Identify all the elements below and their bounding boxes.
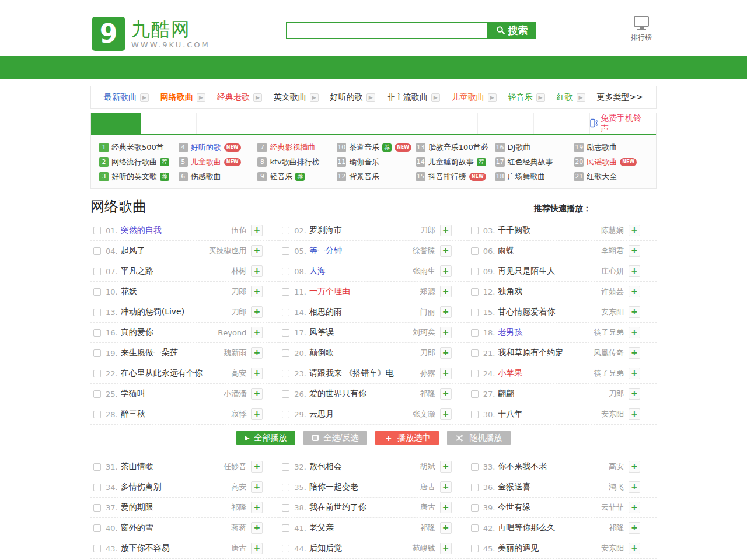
song-title-link[interactable]: 小苹果 [498, 368, 590, 379]
add-to-playlist-button[interactable]: + [440, 388, 452, 400]
song-checkbox[interactable] [282, 247, 289, 255]
add-to-playlist-button[interactable]: + [440, 245, 452, 257]
song-title-link[interactable]: 金猴送喜 [498, 482, 605, 492]
add-to-playlist-button[interactable]: + [440, 347, 452, 359]
song-title-link[interactable]: 美丽的遇见 [498, 543, 598, 554]
song-title-link[interactable]: 后知后觉 [309, 543, 409, 554]
song-artist-link[interactable]: 唐古 [420, 482, 435, 492]
song-checkbox[interactable] [282, 227, 289, 235]
song-checkbox[interactable] [282, 504, 289, 512]
song-artist-link[interactable]: 凤凰传奇 [594, 348, 624, 358]
song-artist-link[interactable]: 云菲菲 [601, 502, 624, 513]
recommend-item[interactable]: 15 抖音排行榜 NEW [416, 172, 495, 182]
song-title-link[interactable]: 学猫叫 [121, 388, 221, 399]
song-artist-link[interactable]: 高安 [609, 461, 624, 472]
add-to-playlist-button[interactable]: + [440, 522, 452, 534]
play-arrow-icon[interactable]: ▶ [431, 93, 440, 102]
song-artist-link[interactable]: 刀郎 [231, 307, 246, 317]
add-to-playlist-button[interactable]: + [440, 225, 452, 236]
add-to-playlist-button[interactable]: + [251, 388, 263, 400]
song-artist-link[interactable]: 买辣椒也用 [208, 246, 246, 256]
song-artist-link[interactable]: 徐誉滕 [413, 246, 435, 256]
song-title-link[interactable]: 来生愿做一朵莲 [121, 348, 221, 358]
song-artist-link[interactable]: 庄心妍 [601, 266, 624, 276]
song-title-link[interactable]: 突然的自我 [121, 225, 228, 236]
song-title-link[interactable]: 风筝误 [309, 327, 409, 338]
add-to-playlist-button[interactable]: + [251, 245, 263, 257]
song-title-link[interactable]: 起风了 [121, 246, 205, 256]
song-artist-link[interactable]: 安东阳 [601, 409, 624, 419]
play-arrow-icon[interactable]: ▶ [577, 93, 585, 102]
add-to-playlist-button[interactable]: + [440, 327, 452, 338]
song-artist-link[interactable]: 高安 [231, 368, 246, 379]
song-checkbox[interactable] [93, 247, 101, 255]
play-arrow-icon[interactable]: ▶ [197, 93, 205, 102]
recommend-item[interactable]: 10 茶道音乐 荐 NEW [337, 142, 416, 153]
song-checkbox[interactable] [93, 463, 101, 471]
song-title-link[interactable]: 冲动的惩罚(Live) [121, 307, 228, 317]
recommend-item[interactable]: 17 红色经典故事 [495, 157, 575, 167]
song-artist-link[interactable]: 刀郎 [231, 286, 246, 297]
add-to-playlist-button[interactable]: + [251, 542, 263, 554]
play-arrow-icon[interactable]: ▶ [536, 93, 545, 102]
add-to-playlist-button[interactable]: + [251, 327, 263, 338]
song-checkbox[interactable] [93, 349, 101, 357]
add-to-playlist-button[interactable]: + [251, 347, 263, 359]
add-to-playlist-button[interactable]: + [440, 368, 452, 379]
song-checkbox[interactable] [93, 504, 101, 512]
recommend-item[interactable]: 21 红歌大全 [574, 172, 654, 182]
recommend-item[interactable]: 6 伤感歌曲 [179, 172, 258, 182]
song-checkbox[interactable] [282, 390, 289, 398]
song-checkbox[interactable] [282, 463, 289, 471]
song-title-link[interactable]: 千千阙歌 [498, 225, 598, 236]
song-artist-link[interactable]: 鸿飞 [609, 482, 624, 492]
song-checkbox[interactable] [471, 545, 479, 552]
song-checkbox[interactable] [282, 329, 289, 337]
recommend-item[interactable]: 7 经典影视插曲 [257, 142, 337, 153]
song-artist-link[interactable]: 门丽 [420, 307, 435, 317]
recommend-tab[interactable] [534, 113, 590, 134]
song-checkbox[interactable] [93, 484, 101, 491]
category-link[interactable]: 经典老歌 [217, 92, 250, 103]
add-to-playlist-button[interactable]: + [629, 347, 640, 359]
song-title-link[interactable]: 我和草原有个约定 [498, 348, 590, 358]
song-artist-link[interactable]: 胡斌 [420, 461, 435, 472]
song-title-link[interactable]: 相思的雨 [309, 307, 417, 317]
recommend-item[interactable]: 3 好听的英文歌 荐 [99, 172, 179, 182]
song-artist-link[interactable]: 唐古 [231, 543, 246, 554]
song-checkbox[interactable] [282, 309, 289, 316]
song-title-link[interactable]: 我在前世约了你 [309, 502, 417, 513]
song-artist-link[interactable]: 张雨生 [413, 266, 435, 276]
add-to-playlist-button[interactable]: + [251, 408, 263, 420]
song-artist-link[interactable]: 筷子兄弟 [594, 327, 624, 338]
song-checkbox[interactable] [471, 288, 479, 296]
song-artist-link[interactable]: 朴树 [231, 266, 246, 276]
song-artist-link[interactable]: 李翊君 [601, 246, 624, 256]
song-checkbox[interactable] [93, 227, 101, 235]
song-title-link[interactable]: 云思月 [309, 409, 409, 419]
recommend-item[interactable]: 12 背景音乐 [337, 172, 416, 182]
add-to-playlist-button[interactable]: + [440, 542, 452, 554]
search-input[interactable] [286, 22, 487, 39]
song-checkbox[interactable] [282, 411, 289, 418]
category-link[interactable]: 好听的歌 [330, 92, 363, 103]
category-link[interactable]: 最新歌曲 [104, 92, 137, 103]
recommend-item[interactable]: 18 广场舞歌曲 [495, 172, 575, 182]
song-artist-link[interactable]: 祁隆 [609, 523, 624, 533]
song-title-link[interactable]: 平凡之路 [121, 266, 228, 276]
song-title-link[interactable]: 翩翩 [498, 388, 605, 399]
song-checkbox[interactable] [471, 484, 479, 491]
song-checkbox[interactable] [471, 329, 479, 337]
add-to-playlist-button[interactable]: + [629, 265, 640, 277]
add-to-playlist-button[interactable]: + [440, 481, 452, 493]
recommend-item[interactable]: 1 经典老歌500首 [99, 142, 179, 153]
song-checkbox[interactable] [93, 370, 101, 377]
song-artist-link[interactable]: 刀郎 [420, 225, 435, 236]
add-to-playlist-button[interactable]: + [251, 461, 263, 473]
category-link[interactable]: 网络歌曲 [160, 92, 193, 103]
song-artist-link[interactable]: 许茹芸 [601, 286, 624, 297]
add-to-playlist-button[interactable]: + [629, 368, 640, 379]
add-to-playlist-button[interactable]: + [629, 502, 640, 513]
search-button[interactable]: 搜索 [487, 22, 536, 39]
song-checkbox[interactable] [471, 309, 479, 316]
